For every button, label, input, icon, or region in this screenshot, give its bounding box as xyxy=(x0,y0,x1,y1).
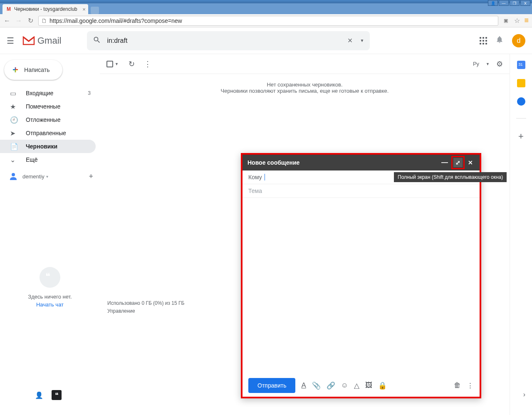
hangouts-bubble-icon xyxy=(40,267,60,288)
user-avatar-icon xyxy=(8,171,18,181)
browser-address-bar: ← → ↻ 🗋 https://mail.google.com/mail/#dr… xyxy=(0,14,532,27)
back-icon[interactable]: ← xyxy=(3,17,11,25)
window-titlebar xyxy=(0,0,532,3)
storage-manage-link[interactable]: Управление xyxy=(107,307,184,315)
compose-fullscreen-icon[interactable]: ⤢ xyxy=(453,158,463,167)
compose-label: Написать xyxy=(24,67,49,73)
gmail-text: Gmail xyxy=(37,35,61,46)
browser-tab[interactable]: M Черновики - toysgardenclub × xyxy=(2,4,88,14)
google-apps-icon[interactable] xyxy=(480,37,487,44)
formatting-icon[interactable]: A xyxy=(301,381,306,390)
send-button[interactable]: Отправить xyxy=(248,378,295,393)
browser-tabstrip: M Черновики - toysgardenclub × xyxy=(0,3,532,14)
side-panel: + xyxy=(510,54,532,415)
calendar-icon[interactable] xyxy=(517,61,525,69)
discard-icon[interactable]: 🗑 xyxy=(454,381,461,390)
keep-icon[interactable] xyxy=(517,79,525,87)
compose-more-icon[interactable]: ⋮ xyxy=(467,381,474,390)
input-tools-label[interactable]: Ру xyxy=(473,61,479,67)
sidebar-label: Черновики xyxy=(26,143,57,150)
window-maximize-button[interactable]: ❐ xyxy=(510,0,520,6)
user-name: dementiy xyxy=(22,173,45,180)
hangouts-tab-icon[interactable]: ❝ xyxy=(52,390,62,400)
search-input[interactable] xyxy=(107,37,343,44)
user-dropdown-icon[interactable]: ▾ xyxy=(46,174,48,179)
window-minimize-button[interactable]: — xyxy=(499,0,509,6)
sidebar-count: 3 xyxy=(88,90,91,96)
compose-subject-field[interactable]: Тема xyxy=(242,184,480,198)
new-tab-button[interactable] xyxy=(91,7,99,14)
empty-drafts-message: Нет сохраненных черновиков. Черновики по… xyxy=(100,74,510,101)
main-menu-icon[interactable]: ☰ xyxy=(7,36,14,46)
sidebar-item-inbox[interactable]: ▭ Входящие 3 xyxy=(0,86,96,100)
draft-icon: 📄 xyxy=(10,143,18,151)
sidebar-item-more[interactable]: ⌄ Ещё xyxy=(0,153,96,166)
hangouts-user-row[interactable]: dementiy ▾ + xyxy=(0,169,100,184)
reload-icon[interactable]: ↻ xyxy=(27,17,34,25)
sidebar-item-starred[interactable]: ★ Помеченные xyxy=(0,100,96,113)
to-label: Кому xyxy=(248,174,262,180)
mail-toolbar: ▼ ↻ ⋮ Ру ▼ ⚙ xyxy=(100,54,510,74)
attach-icon[interactable]: 📎 xyxy=(312,381,321,390)
sidebar-label: Входящие xyxy=(26,90,53,96)
gmail-header: ☰ Gmail × ▼ d xyxy=(0,27,532,54)
account-avatar[interactable]: d xyxy=(512,34,525,47)
compose-header[interactable]: Новое сообщение — ⤢ ✕ xyxy=(242,155,480,170)
add-contact-icon[interactable]: + xyxy=(89,172,93,181)
window-user-icon[interactable]: 👤 xyxy=(488,0,498,6)
gmail-logo[interactable]: Gmail xyxy=(22,35,61,46)
hide-panel-icon[interactable]: › xyxy=(523,391,525,398)
sidebar-item-sent[interactable]: ➤ Отправленные xyxy=(0,126,96,140)
settings-gear-icon[interactable]: ⚙ xyxy=(496,59,503,69)
bookmark-icon[interactable]: ☆ xyxy=(513,17,521,25)
add-addon-icon[interactable]: + xyxy=(518,131,524,142)
select-dropdown-icon[interactable]: ▼ xyxy=(115,62,119,66)
search-icon[interactable] xyxy=(93,36,101,46)
compose-button[interactable]: + Написать xyxy=(4,60,62,80)
fullscreen-tooltip: Полный экран (Shift для всплывающего окн… xyxy=(394,172,507,182)
emoji-icon[interactable]: ☺ xyxy=(341,381,348,390)
window-buttons: 👤 — ❐ X xyxy=(488,0,530,6)
extension-icon[interactable]: ◈ xyxy=(501,15,512,26)
more-actions-icon[interactable]: ⋮ xyxy=(144,59,151,69)
search-box[interactable]: × ▼ xyxy=(87,31,370,50)
sidebar-item-snoozed[interactable]: 🕘 Отложенные xyxy=(0,113,96,126)
star-icon: ★ xyxy=(10,103,18,111)
send-icon: ➤ xyxy=(10,129,18,137)
drive-icon[interactable]: △ xyxy=(354,381,359,390)
search-clear-icon[interactable]: × xyxy=(344,36,357,45)
tasks-icon[interactable] xyxy=(517,97,525,106)
confidential-icon[interactable]: 🔒 xyxy=(378,381,387,390)
window-close-button[interactable]: X xyxy=(520,0,530,6)
svg-point-0 xyxy=(12,173,15,176)
browser-menu-icon[interactable]: ≡ xyxy=(524,16,529,25)
forward-icon[interactable]: → xyxy=(15,17,22,25)
sidebar-item-drafts[interactable]: 📄 Черновики xyxy=(0,140,96,153)
compose-minimize-icon[interactable]: — xyxy=(440,159,450,166)
sidebar-label: Отложенные xyxy=(26,116,60,123)
select-all-checkbox[interactable] xyxy=(106,61,113,67)
sidebar-label: Отправленные xyxy=(26,130,66,136)
storage-info: Использовано 0 ГБ (0%) из 15 ГБ Управлен… xyxy=(107,299,184,315)
sidebar-label: Ещё xyxy=(26,156,38,163)
text-cursor xyxy=(265,174,265,180)
compose-footer: Отправить A 📎 🔗 ☺ △ 🖼 🔒 🗑 ⋮ xyxy=(242,374,480,397)
lang-dropdown-icon[interactable]: ▼ xyxy=(486,62,490,66)
clock-icon: 🕘 xyxy=(10,116,18,124)
url-input[interactable]: 🗋 https://mail.google.com/mail/#drafts?c… xyxy=(38,16,498,26)
tab-close-icon[interactable]: × xyxy=(82,6,86,12)
hangouts-start-chat-link[interactable]: Начать чат xyxy=(0,301,100,308)
link-icon[interactable]: 🔗 xyxy=(327,381,335,390)
compose-close-icon[interactable]: ✕ xyxy=(466,159,475,166)
page-icon: 🗋 xyxy=(41,17,47,24)
search-options-icon[interactable]: ▼ xyxy=(357,38,364,43)
chevron-down-icon: ⌄ xyxy=(10,156,18,164)
tab-title: Черновики - toysgardenclub xyxy=(14,6,77,12)
photo-icon[interactable]: 🖼 xyxy=(365,381,372,390)
contacts-tab-icon[interactable]: 👤 xyxy=(34,390,44,400)
refresh-icon[interactable]: ↻ xyxy=(129,59,135,69)
notifications-icon[interactable] xyxy=(495,35,504,46)
compose-title: Новое сообщение xyxy=(247,159,299,166)
gmail-m-icon xyxy=(22,36,35,45)
hangouts-empty-state: Здесь ничего нет. Начать чат xyxy=(0,267,100,308)
